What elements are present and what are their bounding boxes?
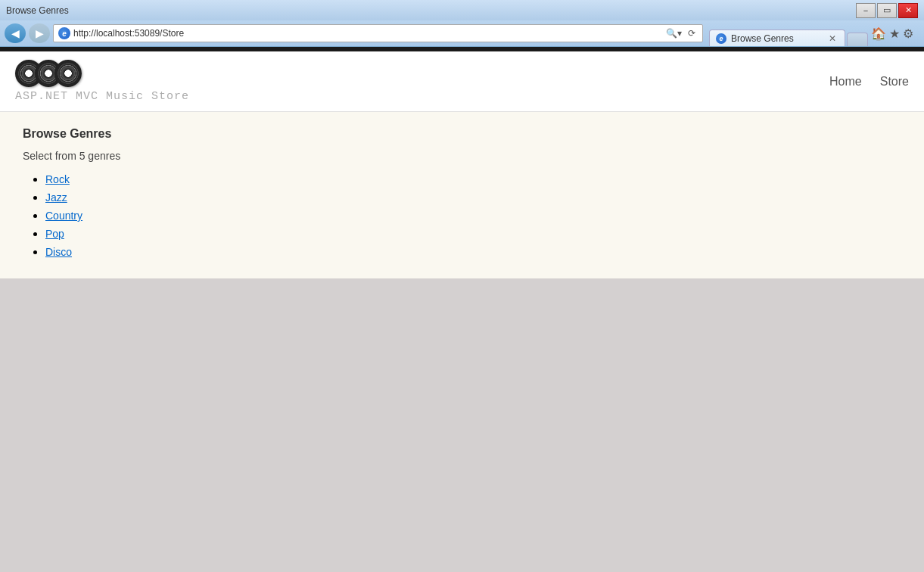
genre-link[interactable]: Rock: [45, 173, 70, 185]
page-heading: Browse Genres: [23, 127, 901, 141]
active-tab[interactable]: Browse Genres ✕: [709, 30, 845, 46]
website: ASP.NET MVC Music Store Home Store Brows…: [0, 51, 924, 278]
forward-button[interactable]: ▶: [29, 23, 50, 43]
logo-discs: [15, 60, 74, 87]
title-bar: Browse Genres − ▭ ✕: [0, 0, 924, 20]
footer-area: [0, 278, 924, 572]
nav-store-link[interactable]: Store: [880, 75, 909, 89]
address-actions: 🔍▾ ⟳: [664, 27, 698, 39]
tab-close-button[interactable]: ✕: [826, 33, 838, 45]
genre-link[interactable]: Country: [45, 210, 82, 222]
search-dropdown-button[interactable]: 🔍▾: [664, 27, 684, 39]
nav-home-link[interactable]: Home: [829, 75, 862, 89]
tab-favicon: [716, 33, 726, 44]
back-button[interactable]: ◀: [5, 23, 26, 43]
genre-link[interactable]: Pop: [45, 228, 64, 240]
site-nav: Home Store: [829, 75, 909, 89]
list-item: Pop: [45, 227, 901, 241]
logo-area: ASP.NET MVC Music Store: [15, 60, 189, 103]
content-area: Browse Genres Select from 5 genres RockJ…: [0, 112, 924, 278]
new-tab-button[interactable]: [847, 33, 868, 46]
home-icon[interactable]: 🏠: [871, 26, 886, 41]
close-button[interactable]: ✕: [898, 3, 918, 18]
toolbar-icons: 🏠 ★ ⚙: [871, 26, 919, 41]
refresh-button[interactable]: ⟳: [686, 27, 698, 39]
title-bar-left: Browse Genres: [6, 5, 69, 16]
site-header: ASP.NET MVC Music Store Home Store: [0, 51, 924, 112]
window-controls: − ▭ ✕: [856, 3, 918, 18]
window-title: Browse Genres: [6, 5, 69, 16]
list-item: Rock: [45, 173, 901, 186]
list-item: Jazz: [45, 191, 901, 204]
minimize-button[interactable]: −: [856, 3, 876, 18]
disc-3: [54, 60, 82, 87]
genre-list: RockJazzCountryPopDisco: [23, 173, 901, 259]
site-tagline: ASP.NET MVC Music Store: [15, 90, 189, 103]
favorites-icon[interactable]: ★: [889, 26, 900, 41]
nav-bar: ◀ ▶ http://localhost:53089/Store 🔍▾ ⟳ Br…: [0, 20, 924, 46]
tab-area: Browse Genres ✕: [709, 20, 868, 46]
list-item: Country: [45, 209, 901, 222]
address-text: http://localhost:53089/Store: [73, 28, 661, 39]
settings-icon[interactable]: ⚙: [903, 26, 913, 41]
maximize-button[interactable]: ▭: [877, 3, 897, 18]
genre-count: Select from 5 genres: [23, 150, 901, 162]
tab-label: Browse Genres: [731, 33, 794, 44]
genre-link[interactable]: Jazz: [45, 191, 67, 204]
genre-link[interactable]: Disco: [45, 246, 72, 258]
address-bar[interactable]: http://localhost:53089/Store 🔍▾ ⟳: [53, 24, 703, 42]
list-item: Disco: [45, 245, 901, 259]
browser-chrome: Browse Genres − ▭ ✕ ◀ ▶ http://localhost…: [0, 0, 924, 47]
ie-icon: [58, 27, 70, 39]
